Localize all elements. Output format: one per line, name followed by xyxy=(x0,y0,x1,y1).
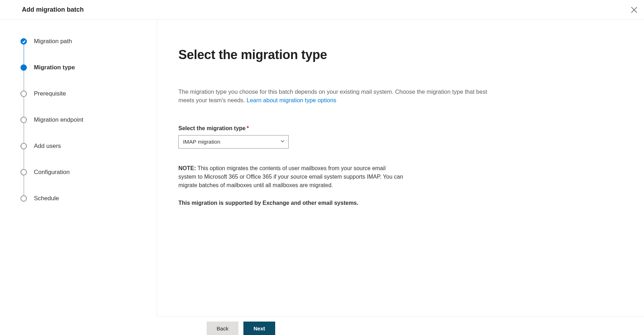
migration-type-select-wrap: IMAP migration xyxy=(178,135,289,149)
step-status-icon xyxy=(20,91,27,97)
migration-type-label-text: Select the migration type xyxy=(178,125,246,131)
page-title: Select the migration type xyxy=(178,47,623,62)
step-connector xyxy=(24,149,24,169)
step-connector xyxy=(24,175,24,195)
step-connector xyxy=(24,45,24,64)
step-label: Schedule xyxy=(34,195,59,202)
panel-header: Add migration batch xyxy=(0,0,644,20)
step-connector xyxy=(24,97,24,117)
step-label: Migration type xyxy=(34,64,75,71)
intro-text: The migration type you choose for this b… xyxy=(178,88,489,105)
next-button[interactable]: Next xyxy=(243,322,275,335)
wizard-footer: Back Next xyxy=(157,316,644,335)
step-label: Configuration xyxy=(34,169,70,175)
migration-type-label: Select the migration type* xyxy=(178,125,623,132)
migration-note: NOTE: This option migrates the contents … xyxy=(178,164,404,207)
migration-type-selected-value: IMAP migration xyxy=(183,139,220,145)
step-status-icon xyxy=(20,143,27,149)
step-add-users[interactable]: Add users xyxy=(20,143,157,169)
migration-type-select[interactable]: IMAP migration xyxy=(178,135,289,149)
step-label: Add users xyxy=(34,143,61,149)
learn-more-link[interactable]: Learn about migration type options xyxy=(247,97,336,103)
note-support: This migration is supported by Exchange … xyxy=(178,199,404,207)
wizard-steps-sidebar: Migration path Migration type Prerequisi… xyxy=(0,20,157,316)
step-migration-endpoint[interactable]: Migration endpoint xyxy=(20,117,157,143)
step-status-icon xyxy=(20,195,27,202)
close-icon xyxy=(631,7,637,13)
step-status-icon xyxy=(20,64,27,71)
step-migration-type[interactable]: Migration type xyxy=(20,64,157,91)
step-status-icon xyxy=(20,117,27,123)
step-schedule[interactable]: Schedule xyxy=(20,195,157,202)
back-button[interactable]: Back xyxy=(207,322,238,335)
step-migration-path[interactable]: Migration path xyxy=(20,38,157,64)
wizard-content: Select the migration type The migration … xyxy=(157,20,644,316)
panel-title: Add migration batch xyxy=(22,6,84,13)
step-connector xyxy=(24,123,24,143)
step-prerequisite[interactable]: Prerequisite xyxy=(20,91,157,117)
close-button[interactable] xyxy=(629,5,639,15)
step-label: Prerequisite xyxy=(34,91,66,97)
step-status-icon xyxy=(20,38,27,45)
panel-body: Migration path Migration type Prerequisi… xyxy=(0,20,644,316)
step-label: Migration endpoint xyxy=(34,117,83,123)
note-prefix: NOTE: xyxy=(178,165,196,171)
step-connector xyxy=(24,71,24,91)
step-configuration[interactable]: Configuration xyxy=(20,169,157,195)
note-body: This option migrates the contents of use… xyxy=(178,165,403,188)
step-status-icon xyxy=(20,169,27,175)
check-icon xyxy=(22,40,26,44)
step-label: Migration path xyxy=(34,38,72,45)
required-indicator: * xyxy=(247,125,249,131)
